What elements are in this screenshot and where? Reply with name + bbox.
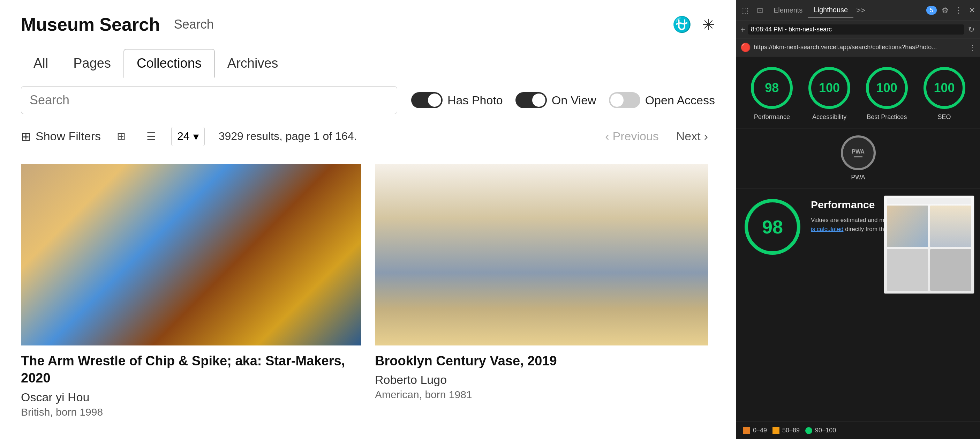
thumb-header bbox=[887, 199, 971, 203]
tab-pages[interactable]: Pages bbox=[61, 49, 124, 77]
best-practices-circle: 100 bbox=[866, 67, 908, 109]
results-text: 3929 results, page 1 of 164. bbox=[219, 130, 357, 143]
museum-panel: Museum Search Search ⛎ ✳ All Pages Colle… bbox=[0, 0, 736, 439]
performance-circle: 98 bbox=[751, 67, 793, 109]
notification-badge: 5 bbox=[926, 6, 937, 14]
legend-low-label: 0–49 bbox=[753, 427, 767, 434]
accessibility-circle: 100 bbox=[808, 67, 850, 109]
legend-bar: 0–49 50–89 90–100 bbox=[736, 421, 980, 439]
accessibility-label: Accessibility bbox=[812, 113, 846, 121]
lighthouse-favicon: 🔴 bbox=[740, 43, 751, 52]
museum-title: Museum Search bbox=[21, 14, 160, 35]
performance-label: Performance bbox=[754, 113, 790, 121]
search-input[interactable] bbox=[21, 86, 397, 114]
more-options-icon[interactable]: ⋮ bbox=[953, 5, 964, 16]
score-best-practices: 100 Best Practices bbox=[866, 67, 908, 121]
seo-value: 100 bbox=[934, 81, 955, 95]
tab-lighthouse[interactable]: Lighthouse bbox=[808, 3, 853, 18]
tab-all[interactable]: All bbox=[21, 49, 61, 77]
has-photo-toggle[interactable] bbox=[411, 92, 442, 108]
pwa-section: PWA PWA bbox=[736, 128, 980, 188]
legend-low: 0–49 bbox=[743, 427, 767, 434]
performance-value: 98 bbox=[765, 81, 779, 95]
devtools-address-row: 🔴 https://bkm-next-search.vercel.app/sea… bbox=[736, 38, 980, 56]
previous-button[interactable]: ‹ Previous bbox=[598, 126, 666, 147]
legend-high: 90–100 bbox=[805, 427, 836, 434]
next-button[interactable]: Next › bbox=[669, 126, 715, 147]
chevron-left-icon: ‹ bbox=[605, 129, 609, 143]
filters-label: Show Filters bbox=[36, 129, 101, 143]
performance-detail: 98 Performance Values are estimated and … bbox=[736, 188, 980, 421]
art-card[interactable]: The Arm Wrestle of Chip & Spike; aka: St… bbox=[21, 157, 368, 432]
perf-score-row: 98 Performance Values are estimated and … bbox=[745, 199, 972, 255]
legend-mid: 50–89 bbox=[773, 427, 800, 434]
legend-mid-icon bbox=[773, 427, 780, 434]
on-view-toggle-group: On View bbox=[515, 92, 597, 108]
toggles-row: Has Photo On View Open Access bbox=[411, 92, 715, 108]
filters-row: ⊞ Show Filters ⊞ ☰ 24 ▾ 3929 results, pa… bbox=[0, 123, 736, 150]
devtools-topbar: ⬚ ⊡ Elements Lighthouse >> 5 ⚙ ⋮ ✕ bbox=[736, 0, 980, 21]
score-performance: 98 Performance bbox=[751, 67, 793, 121]
close-icon[interactable]: ✕ bbox=[967, 5, 977, 16]
has-photo-label: Has Photo bbox=[447, 94, 503, 107]
search-link[interactable]: Search bbox=[174, 17, 214, 32]
add-tab-icon[interactable]: + bbox=[740, 25, 745, 35]
legend-mid-label: 50–89 bbox=[782, 427, 800, 434]
address-menu-icon[interactable]: ⋮ bbox=[969, 43, 976, 52]
open-access-label: Open Access bbox=[645, 94, 715, 107]
thumb-img-2 bbox=[930, 206, 971, 247]
thumb-img-4 bbox=[930, 249, 971, 291]
best-practices-label: Best Practices bbox=[867, 113, 907, 121]
devtools-tab-bar: Elements Lighthouse >> bbox=[768, 3, 926, 18]
seo-circle: 100 bbox=[923, 67, 965, 109]
pagination: ‹ Previous Next › bbox=[598, 126, 715, 147]
page-url: https://bkm-next-search.vercel.app/searc… bbox=[754, 44, 966, 51]
perf-detail-value: 98 bbox=[762, 216, 783, 238]
art-card[interactable]: Brooklyn Century Vase, 2019 Roberto Lugo… bbox=[368, 157, 715, 432]
best-practices-value: 100 bbox=[877, 81, 897, 95]
filters-icon: ⊞ bbox=[21, 129, 31, 144]
legend-high-label: 90–100 bbox=[815, 427, 836, 434]
thumb-inner bbox=[884, 196, 974, 294]
art-image-box bbox=[375, 164, 708, 345]
accessibility-value: 100 bbox=[819, 81, 840, 95]
has-photo-toggle-group: Has Photo bbox=[411, 92, 503, 108]
on-view-label: On View bbox=[552, 94, 597, 107]
device-icon[interactable]: ⊡ bbox=[756, 5, 764, 16]
theme-toggle-icon[interactable]: ✳ bbox=[702, 16, 715, 34]
grid-view-button[interactable]: ⊞ bbox=[111, 127, 131, 146]
open-access-toggle[interactable] bbox=[609, 92, 640, 108]
pwa-text: PWA bbox=[852, 148, 864, 155]
thumb-img-3 bbox=[887, 249, 928, 291]
tab-elements[interactable]: Elements bbox=[768, 3, 808, 17]
seo-label: SEO bbox=[938, 113, 951, 121]
museum-header: Museum Search Search ⛎ ✳ bbox=[0, 0, 736, 45]
artwork-nationality: British, born 1998 bbox=[21, 406, 361, 418]
screenshot-thumbnail bbox=[884, 195, 974, 294]
tab-archives[interactable]: Archives bbox=[215, 49, 291, 77]
art-grid: The Arm Wrestle of Chip & Spike; aka: St… bbox=[0, 150, 736, 439]
artwork-artist: Oscar yi Hou bbox=[21, 391, 361, 404]
artwork-title: The Arm Wrestle of Chip & Spike; aka: St… bbox=[21, 353, 361, 387]
artwork-image bbox=[375, 164, 708, 345]
search-bar-row: Has Photo On View Open Access bbox=[0, 78, 736, 123]
artwork-nationality: American, born 1981 bbox=[375, 389, 708, 401]
score-accessibility: 100 Accessibility bbox=[808, 67, 850, 121]
thumb-img-1 bbox=[887, 206, 928, 247]
list-view-button[interactable]: ☰ bbox=[141, 127, 161, 146]
score-seo: 100 SEO bbox=[923, 67, 965, 121]
settings-icon[interactable]: ⚙ bbox=[940, 5, 950, 16]
artwork-title: Brooklyn Century Vase, 2019 bbox=[375, 353, 708, 370]
github-icon[interactable]: ⛎ bbox=[672, 15, 692, 34]
art-image-box bbox=[21, 164, 361, 345]
legend-low-icon bbox=[743, 427, 750, 434]
tab-collections[interactable]: Collections bbox=[124, 49, 215, 78]
show-filters-button[interactable]: ⊞ Show Filters bbox=[21, 129, 101, 144]
chevron-down-icon: ▾ bbox=[193, 130, 199, 143]
more-tabs-icon[interactable]: >> bbox=[853, 6, 868, 15]
inspect-icon[interactable]: ⬚ bbox=[740, 5, 750, 16]
on-view-toggle[interactable] bbox=[515, 92, 547, 108]
tab-bar: All Pages Collections Archives bbox=[0, 45, 736, 78]
reload-icon[interactable]: ↻ bbox=[967, 24, 976, 35]
per-page-select[interactable]: 24 ▾ bbox=[171, 127, 205, 146]
